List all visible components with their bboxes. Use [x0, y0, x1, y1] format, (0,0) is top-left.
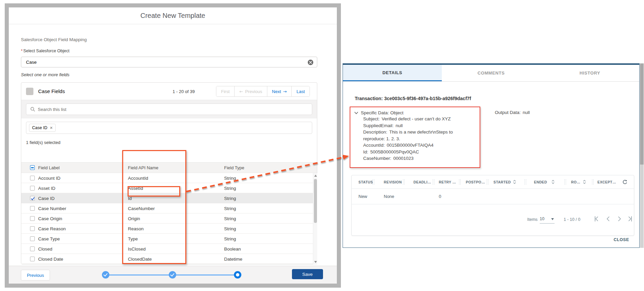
output-data-line: Output Data:null	[495, 110, 530, 115]
row-checkbox[interactable]	[30, 216, 35, 221]
column-resize-handle[interactable]	[592, 179, 594, 185]
previous-page-icon[interactable]	[605, 215, 612, 222]
transaction-id-line: Transaction: 3ce003c5-9f36-497a-b15b-a92…	[355, 96, 471, 101]
items-per-page-label: Items	[527, 217, 538, 222]
table-row-selected[interactable]: Case ID Id String	[21, 193, 317, 203]
fields-table-header: Field Label Field API Name Field Type	[21, 162, 317, 173]
first-page-icon[interactable]	[593, 215, 600, 222]
table-row[interactable]: Closed IsClosed Boolean	[21, 244, 317, 254]
table-row[interactable]: Account ID AccountId String	[21, 173, 317, 183]
salesforce-object-input[interactable]	[21, 57, 317, 67]
background-scrollbar-track	[640, 165, 644, 248]
sort-icon[interactable]	[583, 180, 586, 184]
table-row[interactable]: Case Origin Origin String	[21, 213, 317, 224]
refresh-icon[interactable]	[622, 179, 628, 185]
fields-hint: Select one or more fields	[21, 72, 70, 77]
scroll-down-icon[interactable]	[314, 261, 317, 263]
section-heading: Salesforce Object Field Mapping	[21, 37, 87, 42]
next-page-button[interactable]: Next→	[267, 86, 292, 96]
data-line: Id:5005B000005Pqv0QAC	[363, 149, 475, 155]
items-per-page-select[interactable]: 10	[540, 216, 555, 224]
sort-icon[interactable]	[513, 180, 516, 184]
object-select-label: *Select Salesforce Object	[21, 49, 70, 53]
tab-history[interactable]: HISTORY	[540, 65, 639, 81]
table-row[interactable]: Case Number CaseNumber String	[21, 203, 317, 213]
retry-cell: 0	[439, 194, 441, 199]
column-header-field-api-name: Field API Name	[128, 165, 158, 170]
search-input[interactable]	[38, 107, 312, 112]
search-icon	[30, 107, 35, 112]
row-checkbox[interactable]	[30, 186, 35, 191]
next-page-icon[interactable]	[616, 215, 623, 222]
page-range: 1 - 10 / 0	[564, 217, 580, 222]
last-page-button[interactable]: Last	[292, 86, 310, 96]
first-page-button[interactable]: First	[216, 86, 235, 96]
row-checkbox[interactable]	[30, 236, 35, 241]
sort-icon[interactable]	[552, 180, 555, 184]
background-scrollbar[interactable]	[640, 63, 644, 165]
data-line: Description:This is a new defect\r\nStep…	[363, 129, 475, 142]
column-header-field-type: Field Type	[224, 165, 244, 170]
column-retry[interactable]: RETRY …	[439, 180, 456, 184]
column-resize-handle[interactable]	[564, 179, 566, 185]
column-resize-handle[interactable]	[487, 179, 488, 185]
last-page-icon[interactable]	[627, 215, 634, 222]
record-range: 1 - 20 of 39	[172, 89, 195, 94]
row-checkbox[interactable]	[30, 257, 35, 261]
wizard-step-complete-icon	[102, 271, 109, 279]
search-strip	[21, 100, 317, 118]
select-all-checkbox[interactable]	[30, 165, 35, 170]
card-title: Case Fields	[38, 88, 65, 94]
salesforce-object-input-wrap	[21, 57, 317, 67]
remove-pill-icon[interactable]	[50, 126, 53, 130]
column-header-field-label: Field Label	[38, 165, 60, 170]
close-button[interactable]: CLOSE	[614, 237, 629, 242]
table-row[interactable]: Asset ID AssetId String	[21, 183, 317, 193]
column-rollback[interactable]: RO…	[571, 180, 580, 184]
data-line: CaseNumber:00001023	[363, 155, 475, 162]
transaction-details-panel: DETAILS COMMENTS HISTORY Transaction: 3c…	[343, 63, 640, 248]
list-pager: First ←Previous Next→ Last	[216, 86, 310, 97]
clear-icon[interactable]	[307, 59, 314, 65]
save-button[interactable]: Save	[292, 269, 323, 279]
column-resize-handle[interactable]	[459, 179, 461, 185]
row-checkbox[interactable]	[30, 176, 35, 180]
row-checkbox[interactable]	[30, 246, 35, 251]
tab-comments[interactable]: COMMENTS	[442, 65, 541, 81]
column-postponed[interactable]: POSTPO…	[466, 180, 485, 184]
previous-page-button[interactable]: ←Previous	[235, 86, 267, 96]
column-status[interactable]: STATUS	[358, 180, 373, 184]
scroll-up-icon[interactable]	[314, 175, 317, 177]
row-checkbox-checked[interactable]	[30, 196, 35, 201]
tab-details[interactable]: DETAILS	[343, 65, 442, 81]
column-revision[interactable]: REVISION	[384, 180, 402, 184]
column-ended[interactable]: ENDED	[534, 180, 547, 184]
revision-cell: None	[384, 194, 394, 199]
column-resize-handle[interactable]	[403, 179, 405, 185]
row-checkbox[interactable]	[30, 206, 35, 211]
panel-tabs: DETAILS COMMENTS HISTORY	[343, 65, 639, 82]
column-exception[interactable]: EXCEPT…	[597, 180, 616, 184]
required-asterisk: *	[21, 49, 23, 53]
object-entity-icon	[26, 88, 33, 95]
status-table-row[interactable]: New None 0	[352, 189, 634, 204]
specific-data-annotation-box: Specific Data:Object Subject:Verified de…	[350, 107, 480, 168]
status-table-pagination: Items 10 1 - 10 / 0	[352, 204, 634, 236]
scrollbar-thumb[interactable]	[314, 179, 317, 223]
column-resize-handle[interactable]	[373, 179, 374, 185]
selected-pills-container: Case ID	[26, 122, 312, 134]
table-row[interactable]: Closed Date ClosedDate Datetime	[21, 254, 317, 264]
selected-field-pill[interactable]: Case ID	[29, 124, 56, 132]
card-header: Case Fields 1 - 20 of 39 First ←Previous…	[21, 83, 317, 100]
column-resize-handle[interactable]	[525, 179, 526, 185]
previous-step-button[interactable]: Previous	[21, 270, 50, 281]
column-deadline[interactable]: DEADLI…	[413, 180, 431, 184]
row-checkbox[interactable]	[30, 226, 35, 231]
table-row[interactable]: Case Type Type String	[21, 234, 317, 244]
table-scrollbar[interactable]	[313, 173, 317, 265]
column-resize-handle[interactable]	[433, 179, 434, 185]
specific-data-header[interactable]: Specific Data:Object	[354, 110, 476, 115]
data-line: SuppliedEmail:null	[363, 122, 475, 129]
column-started[interactable]: STARTED	[493, 180, 511, 184]
table-row[interactable]: Case Reason Reason String	[21, 224, 317, 234]
